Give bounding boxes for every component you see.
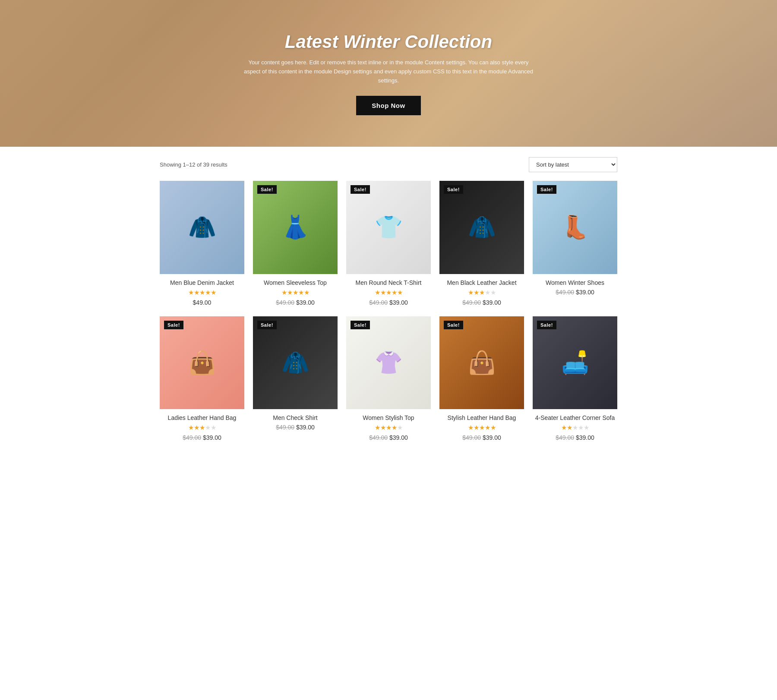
product-name-1: Men Blue Denim Jacket bbox=[160, 279, 244, 286]
product-image-7: 🧥 Sale! bbox=[253, 316, 338, 410]
product-image-bg-10: 🛋️ bbox=[533, 316, 617, 410]
price-original-9: $49.00 bbox=[462, 434, 481, 441]
sale-badge-10: Sale! bbox=[537, 321, 556, 329]
product-image-9: 👜 Sale! bbox=[439, 316, 524, 410]
product-name-8: Women Stylish Top bbox=[346, 414, 431, 421]
product-card-8[interactable]: 👚 Sale! Women Stylish Top ★★★★★ $49.00$3… bbox=[346, 316, 431, 441]
product-rating-8: ★★★★★ bbox=[346, 424, 431, 432]
product-image-bg-3: 👕 bbox=[346, 181, 431, 274]
product-price-1: $49.00 bbox=[160, 299, 244, 306]
product-price-4: $49.00$39.00 bbox=[439, 299, 524, 306]
product-name-4: Men Black Leather Jacket bbox=[439, 279, 524, 286]
product-card-1[interactable]: 🧥 Men Blue Denim Jacket ★★★★★ $49.00 bbox=[160, 181, 244, 306]
product-name-2: Women Sleeveless Top bbox=[253, 279, 338, 286]
product-image-1: 🧥 bbox=[160, 181, 244, 274]
sort-select[interactable]: Sort by latestSort by price: low to high… bbox=[529, 157, 617, 172]
price-original-4: $49.00 bbox=[462, 299, 481, 306]
product-price-2: $49.00$39.00 bbox=[253, 299, 338, 306]
product-price-3: $49.00$39.00 bbox=[346, 299, 431, 306]
product-image-4: 🧥 Sale! bbox=[439, 181, 524, 274]
price-original-8: $49.00 bbox=[369, 434, 388, 441]
hero-title: Latest Winter Collection bbox=[242, 32, 535, 52]
product-image-2: 👗 Sale! bbox=[253, 181, 338, 274]
product-rating-1: ★★★★★ bbox=[160, 289, 244, 296]
product-price-5: $49.00$39.00 bbox=[533, 289, 617, 296]
price-original-5: $49.00 bbox=[556, 289, 574, 296]
products-grid: 🧥 Men Blue Denim Jacket ★★★★★ $49.00 👗 S… bbox=[160, 181, 617, 441]
product-price-7: $49.00$39.00 bbox=[253, 424, 338, 431]
product-image-bg-1: 🧥 bbox=[160, 181, 244, 274]
shop-now-button[interactable]: Shop Now bbox=[356, 96, 420, 115]
product-image-3: 👕 Sale! bbox=[346, 181, 431, 274]
sale-badge-7: Sale! bbox=[257, 321, 277, 329]
sale-badge-5: Sale! bbox=[537, 185, 556, 194]
product-image-5: 👢 Sale! bbox=[533, 181, 617, 274]
product-card-10[interactable]: 🛋️ Sale! 4-Seater Leather Corner Sofa ★★… bbox=[533, 316, 617, 441]
hero-subtitle: Your content goes here. Edit or remove t… bbox=[242, 58, 535, 85]
price-sale-4: $39.00 bbox=[483, 299, 501, 306]
shop-toolbar: Showing 1–12 of 39 results Sort by lates… bbox=[160, 157, 617, 172]
hero-banner: Latest Winter Collection Your content go… bbox=[0, 0, 777, 147]
product-name-5: Women Winter Shoes bbox=[533, 279, 617, 286]
product-image-bg-9: 👜 bbox=[439, 316, 524, 410]
price-sale-2: $39.00 bbox=[296, 299, 315, 306]
product-price-6: $49.00$39.00 bbox=[160, 434, 244, 441]
product-name-9: Stylish Leather Hand Bag bbox=[439, 414, 524, 421]
sale-badge-4: Sale! bbox=[444, 185, 463, 194]
price-original-7: $49.00 bbox=[276, 424, 294, 431]
sale-badge-8: Sale! bbox=[351, 321, 370, 329]
product-card-6[interactable]: 👜 Sale! Ladies Leather Hand Bag ★★★★★ $4… bbox=[160, 316, 244, 441]
product-image-bg-4: 🧥 bbox=[439, 181, 524, 274]
product-card-7[interactable]: 🧥 Sale! Men Check Shirt $49.00$39.00 bbox=[253, 316, 338, 441]
price-original-2: $49.00 bbox=[276, 299, 294, 306]
results-count: Showing 1–12 of 39 results bbox=[160, 161, 227, 168]
price-sale-10: $39.00 bbox=[576, 434, 594, 441]
shop-container: Showing 1–12 of 39 results Sort by lates… bbox=[151, 157, 626, 458]
price-sale-7: $39.00 bbox=[296, 424, 315, 431]
product-rating-6: ★★★★★ bbox=[160, 424, 244, 432]
product-rating-4: ★★★★★ bbox=[439, 289, 524, 296]
price-original-10: $49.00 bbox=[556, 434, 574, 441]
product-name-3: Men Round Neck T-Shirt bbox=[346, 279, 431, 286]
price-sale-6: $39.00 bbox=[203, 434, 221, 441]
product-card-2[interactable]: 👗 Sale! Women Sleeveless Top ★★★★★ $49.0… bbox=[253, 181, 338, 306]
sale-badge-3: Sale! bbox=[351, 185, 370, 194]
product-name-6: Ladies Leather Hand Bag bbox=[160, 414, 244, 421]
price-sale-5: $39.00 bbox=[576, 289, 594, 296]
product-card-4[interactable]: 🧥 Sale! Men Black Leather Jacket ★★★★★ $… bbox=[439, 181, 524, 306]
product-name-7: Men Check Shirt bbox=[253, 414, 338, 421]
sale-badge-6: Sale! bbox=[164, 321, 183, 329]
product-image-bg-2: 👗 bbox=[253, 181, 338, 274]
sale-badge-9: Sale! bbox=[444, 321, 463, 329]
price-sale-8: $39.00 bbox=[389, 434, 408, 441]
product-card-3[interactable]: 👕 Sale! Men Round Neck T-Shirt ★★★★★ $49… bbox=[346, 181, 431, 306]
product-rating-2: ★★★★★ bbox=[253, 289, 338, 296]
product-card-5[interactable]: 👢 Sale! Women Winter Shoes $49.00$39.00 bbox=[533, 181, 617, 306]
price-regular-1: $49.00 bbox=[193, 299, 212, 306]
product-image-bg-5: 👢 bbox=[533, 181, 617, 274]
product-image-bg-6: 👜 bbox=[160, 316, 244, 410]
price-original-6: $49.00 bbox=[183, 434, 201, 441]
product-image-bg-8: 👚 bbox=[346, 316, 431, 410]
product-rating-9: ★★★★★ bbox=[439, 424, 524, 432]
product-card-9[interactable]: 👜 Sale! Stylish Leather Hand Bag ★★★★★ $… bbox=[439, 316, 524, 441]
sale-badge-2: Sale! bbox=[257, 185, 277, 194]
product-image-bg-7: 🧥 bbox=[253, 316, 338, 410]
product-rating-3: ★★★★★ bbox=[346, 289, 431, 296]
price-original-3: $49.00 bbox=[369, 299, 388, 306]
product-price-10: $49.00$39.00 bbox=[533, 434, 617, 441]
price-sale-9: $39.00 bbox=[483, 434, 501, 441]
product-rating-10: ★★★★★ bbox=[533, 424, 617, 432]
product-price-9: $49.00$39.00 bbox=[439, 434, 524, 441]
product-price-8: $49.00$39.00 bbox=[346, 434, 431, 441]
product-image-8: 👚 Sale! bbox=[346, 316, 431, 410]
price-sale-3: $39.00 bbox=[389, 299, 408, 306]
product-image-6: 👜 Sale! bbox=[160, 316, 244, 410]
product-image-10: 🛋️ Sale! bbox=[533, 316, 617, 410]
product-name-10: 4-Seater Leather Corner Sofa bbox=[533, 414, 617, 421]
